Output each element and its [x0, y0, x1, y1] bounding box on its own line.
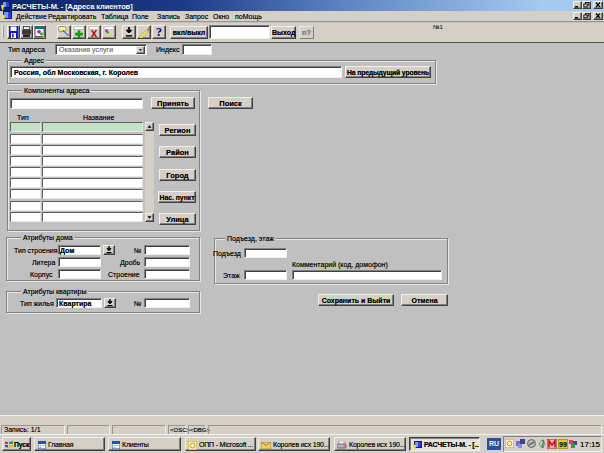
svg-text:99: 99	[559, 441, 567, 448]
